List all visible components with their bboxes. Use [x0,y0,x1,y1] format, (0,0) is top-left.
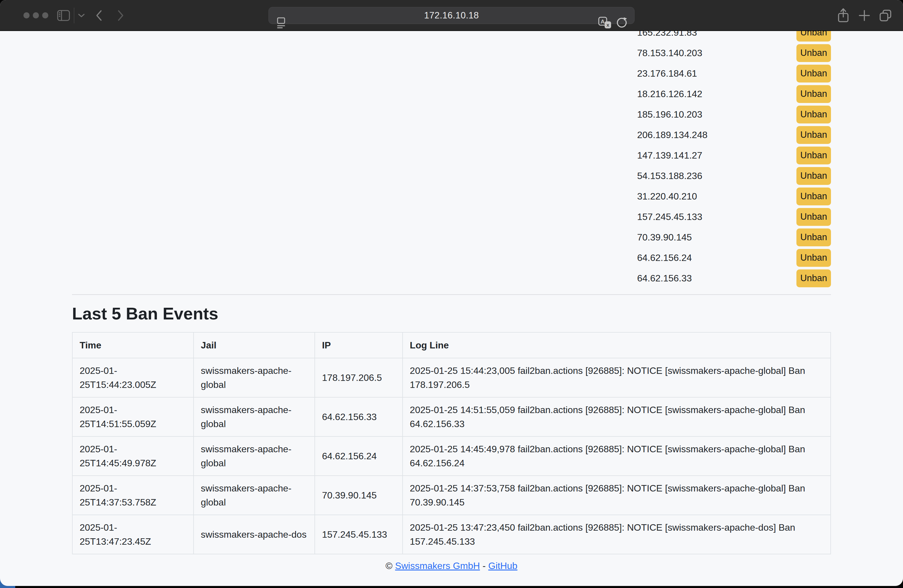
unban-button[interactable]: Unban [796,44,831,62]
traffic-light-close-button[interactable] [24,12,30,19]
ban-event-row: 2025-01-25T14:37:53.758Zswissmakers-apac… [72,476,831,515]
event-jail: swissmakers-apache-global [194,436,315,476]
translate-icon[interactable]: A x [598,7,612,38]
ban-events-table: Time Jail IP Log Line 2025-01-25T15:44:2… [72,332,831,554]
banned-ip-list: 165.232.91.83Unban78.153.140.203Unban23.… [637,22,831,289]
unban-button[interactable]: Unban [796,188,831,205]
ban-event-row: 2025-01-25T14:51:55.059Zswissmakers-apac… [72,397,831,436]
banned-ip-row: 206.189.134.248Unban [637,125,831,145]
event-jail: swissmakers-apache-global [194,358,315,397]
reload-icon[interactable] [615,7,628,38]
unban-button[interactable]: Unban [796,126,831,144]
banned-ip-row: 70.39.90.145Unban [637,227,831,248]
column-header-ip: IP [315,332,403,358]
chevron-down-icon[interactable] [77,0,86,31]
unban-button[interactable]: Unban [796,208,831,226]
unban-button[interactable]: Unban [796,106,831,124]
url-text: 172.16.10.18 [269,10,634,21]
forward-button[interactable] [115,0,126,31]
event-log-line: 2025-01-25 15:44:23,005 fail2ban.actions… [403,358,831,397]
unban-button[interactable]: Unban [796,167,831,185]
event-log-line: 2025-01-25 14:51:55,059 fail2ban.actions… [403,397,831,436]
banned-ip-address: 23.176.184.61 [637,68,697,79]
ban-event-row: 2025-01-25T14:45:49.978Zswissmakers-apac… [72,436,831,476]
event-time: 2025-01-25T15:44:23.005Z [72,358,194,397]
event-jail: swissmakers-apache-dos [194,515,315,554]
browser-toolbar: 172.16.10.18 A x [0,0,903,31]
browser-window: 172.16.10.18 A x [0,0,903,586]
unban-button[interactable]: Unban [796,85,831,103]
banned-ip-row: 78.153.140.203Unban [637,43,831,63]
event-ip: 64.62.156.33 [315,397,403,436]
unban-button[interactable]: Unban [796,65,831,83]
event-log-line: 2025-01-25 14:37:53,758 fail2ban.actions… [403,476,831,515]
banned-ip-address: 70.39.90.145 [637,232,692,243]
event-ip: 70.39.90.145 [315,476,403,515]
event-ip: 178.197.206.5 [315,358,403,397]
banned-ip-address: 185.196.10.203 [637,109,702,120]
banned-ip-row: 157.245.45.133Unban [637,207,831,227]
github-link[interactable]: GitHub [488,560,518,571]
banned-ip-row: 64.62.156.24Unban [637,248,831,268]
unban-button[interactable]: Unban [796,229,831,246]
copyright-symbol: © [385,560,393,571]
banned-ip-row: 18.216.126.142Unban [637,84,831,104]
column-header-jail: Jail [194,332,315,358]
banned-ip-address: 64.62.156.33 [637,273,692,284]
banned-ip-address: 147.139.141.27 [637,150,702,161]
ban-event-row: 2025-01-25T13:47:23.45Zswissmakers-apach… [72,515,831,554]
event-time: 2025-01-25T14:45:49.978Z [72,436,194,476]
traffic-light-minimize-button[interactable] [33,12,39,19]
new-tab-button[interactable] [856,0,873,31]
svg-text:x: x [606,22,609,28]
event-jail: swissmakers-apache-global [194,476,315,515]
tabs-overview-icon[interactable] [877,0,894,31]
banned-ip-address: 54.153.188.236 [637,171,702,181]
banned-ip-row: 31.220.40.210Unban [637,186,831,207]
unban-button[interactable]: Unban [796,147,831,165]
footer-separator: - [483,560,486,571]
event-time: 2025-01-25T14:37:53.758Z [72,476,194,515]
column-header-time: Time [72,332,194,358]
banned-ip-address: 206.189.134.248 [637,130,707,140]
ban-event-row: 2025-01-25T15:44:23.005Zswissmakers-apac… [72,358,831,397]
page-footer: © Swissmakers GmbH - GitHub [0,560,903,571]
banned-ip-address: 157.245.45.133 [637,212,702,222]
traffic-light-zoom-button[interactable] [42,12,48,19]
event-time: 2025-01-25T13:47:23.45Z [72,515,194,554]
banned-ip-row: 147.139.141.27Unban [637,145,831,166]
event-ip: 157.245.45.133 [315,515,403,554]
sidebar-toggle-icon[interactable] [57,0,70,31]
banned-ip-row: 64.62.156.33Unban [637,268,831,289]
banned-ip-address: 78.153.140.203 [637,48,702,58]
table-header-row: Time Jail IP Log Line [72,332,831,358]
share-icon[interactable] [835,0,851,31]
event-jail: swissmakers-apache-global [194,397,315,436]
unban-button[interactable]: Unban [796,270,831,287]
banned-ip-address: 31.220.40.210 [637,191,697,202]
event-ip: 64.62.156.24 [315,436,403,476]
column-header-log-line: Log Line [403,332,831,358]
back-button[interactable] [93,0,105,31]
event-log-line: 2025-01-25 14:45:49,978 fail2ban.actions… [403,436,831,476]
banned-ip-row: 185.196.10.203Unban [637,104,831,125]
section-divider [72,294,831,295]
url-field[interactable]: 172.16.10.18 A x [269,7,634,24]
banned-ip-address: 64.62.156.24 [637,252,692,263]
banned-ip-row: 23.176.184.61Unban [637,63,831,84]
event-time: 2025-01-25T14:51:55.059Z [72,397,194,436]
event-log-line: 2025-01-25 13:47:23,450 fail2ban.actions… [403,515,831,554]
unban-button[interactable]: Unban [796,249,831,267]
toolbar-separator [74,8,74,24]
svg-text:A: A [601,19,605,25]
company-link[interactable]: Swissmakers GmbH [395,560,480,571]
banned-ip-address: 18.216.126.142 [637,89,702,99]
ban-events-heading: Last 5 Ban Events [72,304,219,323]
banned-ip-row: 54.153.188.236Unban [637,166,831,186]
